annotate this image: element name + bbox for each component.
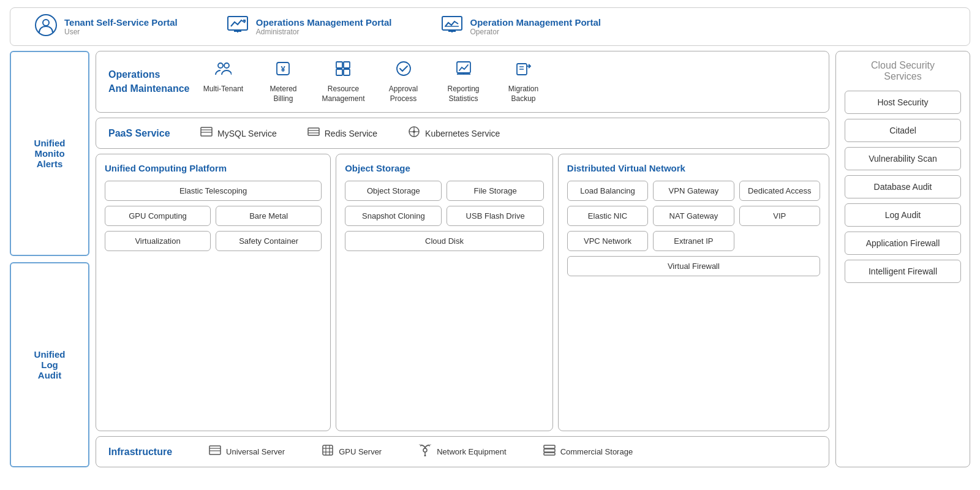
application-firewall-item[interactable]: Application Firewall (845, 232, 961, 255)
reporting-icon (455, 60, 472, 81)
multi-tenant-icon (214, 60, 232, 81)
svg-rect-9 (336, 62, 342, 68)
redis-item[interactable]: Redis Service (307, 127, 377, 140)
reporting-label: Reporting Statistics (448, 85, 480, 104)
paas-items: MySQL Service Redis Service (200, 126, 500, 141)
vpc-network-box[interactable]: VPC Network (567, 231, 648, 251)
log-audit-item[interactable]: Log Audit (845, 203, 961, 227)
nat-gateway-box[interactable]: NAT Gateway (653, 206, 734, 226)
portal-bar: Tenant Self-Service Portal User Operatio… (10, 7, 970, 46)
vpn-gateway-box[interactable]: VPN Gateway (653, 181, 734, 201)
vip-box[interactable]: VIP (739, 206, 820, 226)
kubernetes-item[interactable]: Kubernetes Service (408, 126, 500, 141)
extranet-ip-box[interactable]: Extranet IP (653, 231, 734, 251)
commercial-storage-item[interactable]: Commercial Storage (543, 445, 633, 459)
elastic-telescoping-box[interactable]: Elastic Telescoping (105, 181, 322, 201)
ops-resource-mgmt[interactable]: Resource Management (322, 60, 364, 104)
bare-metal-box[interactable]: Bare Metal (216, 206, 322, 226)
paas-title: PaaS Service (108, 128, 176, 139)
ops-icon (227, 14, 249, 39)
multi-tenant-label: Multi-Tenant (203, 85, 243, 94)
tenant-portal-sub: User (64, 28, 178, 36)
cloud-disk-box[interactable]: Cloud Disk (345, 231, 544, 251)
svg-rect-2 (228, 17, 247, 30)
left-sidebar: Unified Monito Alerts Unified Log Audit (10, 51, 89, 467)
svg-rect-3 (442, 17, 462, 30)
paas-section: PaaS Service MySQL Service (96, 118, 829, 149)
dedicated-access-box[interactable]: Dedicated Access (739, 181, 820, 201)
kubernetes-icon (408, 126, 420, 141)
ucp-row2: GPU Computing Bare Metal (105, 206, 322, 226)
universal-server-item[interactable]: Universal Server (209, 445, 285, 458)
approval-icon (395, 60, 412, 81)
network-equipment-item[interactable]: Network Equipment (418, 444, 506, 459)
gpu-computing-box[interactable]: GPU Computing (105, 206, 211, 226)
ops-mgmt-portal[interactable]: Operations Management Portal Administrat… (227, 14, 392, 39)
vulnerability-scan-item[interactable]: Vulnerability Scan (845, 147, 961, 170)
file-storage-box[interactable]: File Storage (447, 181, 543, 201)
bottom-row: Unified Computing Platform Elastic Teles… (96, 154, 829, 431)
network-equipment-label: Network Equipment (437, 447, 506, 456)
right-sidebar: Cloud Security Services Host Security Ci… (835, 51, 970, 467)
ops-items: Multi-Tenant ¥ Metered Billing (202, 60, 816, 104)
tenant-portal-title: Tenant Self-Service Portal (64, 17, 178, 28)
elastic-nic-box[interactable]: Elastic NIC (567, 206, 648, 226)
mysql-icon (200, 127, 213, 140)
ops-approval-process[interactable]: Approval Process (382, 60, 425, 104)
security-panel: Cloud Security Services Host Security Ci… (835, 51, 970, 467)
virtualization-box[interactable]: Virtualization (105, 231, 211, 251)
universal-server-label: Universal Server (226, 447, 285, 456)
svg-point-5 (218, 63, 223, 68)
safety-container-box[interactable]: Safety Container (216, 231, 322, 251)
commercial-storage-icon (543, 445, 556, 459)
intelligent-firewall-item[interactable]: Intelligent Firewall (845, 260, 961, 283)
op-mgmt-portal[interactable]: Operation Management Portal Operator (441, 14, 601, 39)
svg-rect-44 (544, 453, 555, 455)
svg-rect-31 (209, 446, 221, 454)
snapshot-cloning-box[interactable]: Snapshot Cloning (345, 206, 442, 226)
database-audit-item[interactable]: Database Audit (845, 175, 961, 198)
unified-log-label: Unified Log Audit (34, 349, 66, 380)
os-title: Object Storage (345, 163, 544, 173)
migration-icon (515, 60, 532, 81)
gpu-server-icon (322, 444, 334, 459)
redis-label: Redis Service (325, 129, 377, 138)
commercial-storage-label: Commercial Storage (560, 447, 633, 456)
ops-title: Operations And Maintenance (108, 68, 189, 96)
main-layout: Unified Monito Alerts Unified Log Audit … (10, 51, 970, 467)
citadel-item[interactable]: Citadel (845, 119, 961, 142)
universal-server-icon (209, 445, 221, 458)
ops-section: Operations And Maintenance Multi-Tenant (96, 51, 829, 113)
unified-log-box: Unified Log Audit (10, 262, 89, 467)
usb-flash-drive-box[interactable]: USB Flash Drive (447, 206, 543, 226)
infra-items: Universal Server GPU Server (209, 444, 633, 459)
ops-multi-tenant[interactable]: Multi-Tenant (202, 60, 244, 94)
os-row1: Object Storage File Storage (345, 181, 544, 201)
ops-reporting-stats[interactable]: Reporting Statistics (442, 60, 485, 104)
metered-billing-icon: ¥ (274, 60, 292, 81)
dvn-grid: Load Balancing VPN Gateway Dedicated Acc… (567, 181, 820, 276)
ops-migration-backup[interactable]: Migration Backup (502, 60, 545, 104)
op-mgmt-icon (441, 14, 463, 39)
svg-rect-21 (201, 127, 212, 136)
resource-mgmt-icon (334, 60, 352, 81)
gpu-server-item[interactable]: GPU Server (322, 444, 382, 459)
ucp-row3: Virtualization Safety Container (105, 231, 322, 251)
resource-mgmt-label: Resource Management (322, 85, 364, 104)
security-title: Cloud Security Services (845, 60, 961, 82)
ops-metered-billing[interactable]: ¥ Metered Billing (262, 60, 304, 104)
infra-title: Infrastructure (108, 447, 172, 458)
svg-point-41 (424, 455, 426, 457)
host-security-item[interactable]: Host Security (845, 91, 961, 114)
virtual-firewall-box[interactable]: Virtual Firewall (567, 256, 820, 276)
svg-rect-42 (544, 445, 555, 448)
mysql-item[interactable]: MySQL Service (200, 127, 277, 140)
ops-portal-title: Operations Management Portal (256, 17, 392, 28)
svg-point-6 (224, 63, 229, 68)
obj-storage-box[interactable]: Object Storage (345, 181, 442, 201)
ops-portal-sub: Administrator (256, 28, 392, 36)
tenant-portal[interactable]: Tenant Self-Service Portal User (35, 14, 178, 39)
load-balancing-box[interactable]: Load Balancing (567, 181, 648, 201)
ucp-title: Unified Computing Platform (105, 163, 322, 173)
op-mgmt-portal-sub: Operator (470, 28, 601, 36)
